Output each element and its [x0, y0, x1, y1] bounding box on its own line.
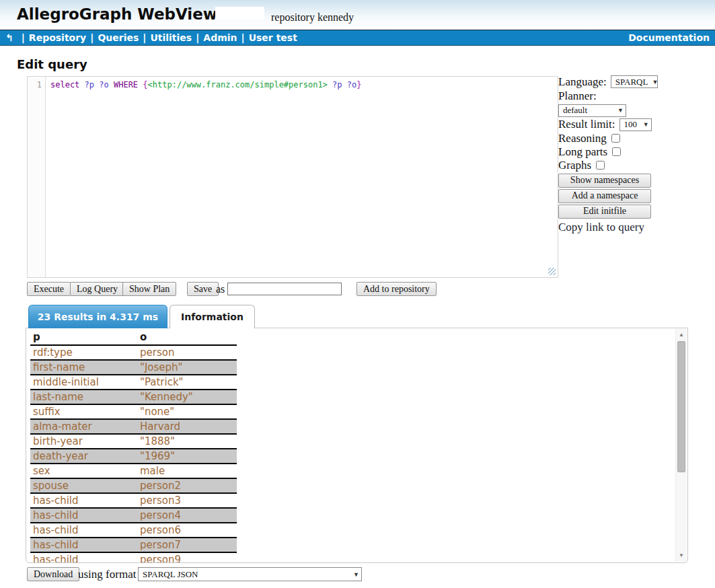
save-name-input[interactable]	[227, 283, 342, 295]
code-token-variable: ?p	[332, 80, 342, 89]
editor-gutter: 1	[28, 77, 46, 277]
o-cell: person6	[140, 524, 237, 536]
query-editor[interactable]: 1 select ?p ?o WHERE {<http://www.franz.…	[27, 76, 558, 278]
query-code[interactable]: select ?p ?o WHERE {<http://www.franz.co…	[50, 80, 548, 89]
planner-value: default	[563, 105, 587, 116]
result-row: alma-materHarvard	[30, 420, 237, 435]
nav-item-queries[interactable]: Queries	[98, 32, 139, 43]
app-title: AllegroGraph WebView	[17, 5, 217, 23]
planner-label-row: Planner:	[558, 89, 700, 103]
result-row: has-childperson4	[30, 509, 237, 523]
o-cell: person9	[140, 554, 237, 563]
results-panel: p o rdf:typepersonfirst-name"Joseph"midd…	[26, 328, 688, 563]
p-cell: has-child	[30, 524, 140, 536]
editor-resize-grip[interactable]	[548, 268, 556, 275]
button-add-a-namespace[interactable]: Add a namespace	[558, 189, 651, 203]
checkbox-graphs[interactable]	[596, 161, 605, 170]
option-row-reasoning: Reasoning	[558, 132, 700, 145]
o-cell: person7	[140, 539, 237, 551]
execute-button[interactable]: Execute	[27, 282, 71, 296]
code-token-plain	[109, 80, 114, 89]
button-show-namespaces[interactable]: Show namespaces	[558, 174, 651, 188]
result-row: sexmale	[30, 464, 237, 479]
nav-item-repository[interactable]: Repository	[29, 32, 86, 43]
download-button[interactable]: Download	[27, 567, 79, 581]
results-table-header: p o	[30, 330, 237, 346]
nav-separator: |	[143, 32, 146, 43]
option-checkboxes: ReasoningLong partsGraphs	[558, 132, 700, 172]
result-row: middle-initial"Patrick"	[30, 375, 237, 390]
result-limit-row: Result limit: 100 ▼	[558, 118, 700, 132]
using-format-label: using format	[78, 568, 136, 581]
o-cell: person3	[140, 494, 237, 507]
log-query-button[interactable]: Log Query	[70, 282, 124, 296]
code-token-keyword: WHERE	[114, 80, 138, 89]
checkbox-long-parts[interactable]	[612, 147, 621, 156]
o-cell: person4	[140, 509, 237, 521]
add-to-repository-button[interactable]: Add to repository	[356, 282, 437, 296]
namespace-buttons: Show namespacesAdd a namespaceEdit initf…	[558, 174, 700, 219]
result-row: birth-year"1888"	[30, 435, 237, 449]
result-limit-select[interactable]: 100 ▼	[619, 118, 652, 131]
result-limit-value: 100	[624, 119, 638, 130]
result-row: death-year"1969"	[30, 449, 237, 464]
scrollbar-up-icon[interactable]: ▲	[676, 330, 687, 340]
planner-select[interactable]: default ▼	[558, 104, 626, 117]
format-select[interactable]: SPARQL JSON ▼	[138, 567, 362, 581]
code-token-variable: ?o	[347, 80, 356, 89]
p-cell: spouse	[30, 480, 140, 492]
scrollbar-down-icon[interactable]: ▼	[676, 550, 687, 561]
language-value: SPARQL	[615, 77, 648, 87]
tab-information[interactable]: Information	[170, 305, 255, 328]
chevron-down-icon: ▼	[643, 121, 649, 128]
option-label-graphs: Graphs	[558, 159, 591, 172]
nav-separator: |	[196, 32, 199, 43]
show-plan-button[interactable]: Show Plan	[122, 282, 176, 296]
nav-documentation-link[interactable]: Documentation	[628, 32, 710, 43]
result-row: has-childperson9	[30, 553, 237, 563]
scrollbar-thumb[interactable]	[677, 341, 685, 472]
nav-separator: |	[90, 32, 93, 43]
button-edit-initfile[interactable]: Edit initfile	[558, 205, 651, 219]
language-select[interactable]: SPARQL ▼	[611, 75, 658, 88]
p-cell: rdf:type	[30, 346, 140, 359]
code-token-bracket: {	[143, 80, 147, 89]
tab-results[interactable]: 23 Results in 4.317 ms	[28, 305, 167, 328]
chevron-down-icon: ▼	[652, 79, 658, 85]
p-cell: alma-mater	[30, 420, 140, 433]
back-icon[interactable]: ↰	[5, 32, 13, 43]
results-scrollbar[interactable]: ▲ ▼	[675, 329, 687, 562]
nav-separator: |	[22, 32, 25, 43]
o-cell: male	[140, 465, 237, 477]
nav-item-user-test[interactable]: User test	[249, 32, 297, 43]
page-title: Edit query	[17, 57, 87, 71]
nav-item-admin[interactable]: Admin	[203, 32, 237, 43]
o-cell: "1969"	[140, 450, 237, 462]
p-cell: death-year	[30, 450, 140, 462]
p-cell: has-child	[30, 539, 140, 551]
header-blank-box	[215, 7, 264, 20]
o-cell: "Patrick"	[140, 376, 237, 388]
nav-separator: |	[241, 32, 245, 43]
option-label-reasoning: Reasoning	[558, 132, 607, 145]
p-cell: birth-year	[30, 435, 140, 447]
o-cell: "none"	[140, 406, 237, 418]
code-token-variable: ?p	[85, 80, 94, 89]
save-button[interactable]: Save	[187, 282, 219, 296]
main-nav: ↰ |Repository|Queries|Utilities|Admin|Us…	[0, 30, 715, 46]
p-cell: has-child	[30, 554, 140, 563]
result-row: suffix"none"	[30, 405, 237, 420]
p-cell: has-child	[30, 509, 140, 521]
result-limit-label: Result limit:	[558, 118, 615, 131]
copy-link-to-query[interactable]: Copy link to query	[558, 221, 644, 234]
result-row: rdf:typeperson	[30, 346, 237, 361]
chevron-down-icon: ▼	[617, 107, 624, 114]
o-cell: "Joseph"	[140, 361, 237, 373]
code-token-keyword: select	[50, 80, 79, 89]
result-row: has-childperson6	[30, 523, 237, 538]
nav-item-utilities[interactable]: Utilities	[150, 32, 192, 43]
result-row: has-childperson3	[30, 494, 237, 509]
format-value: SPARQL JSON	[143, 569, 198, 580]
checkbox-reasoning[interactable]	[611, 134, 620, 143]
results-rows: rdf:typepersonfirst-name"Joseph"middle-i…	[30, 346, 237, 563]
